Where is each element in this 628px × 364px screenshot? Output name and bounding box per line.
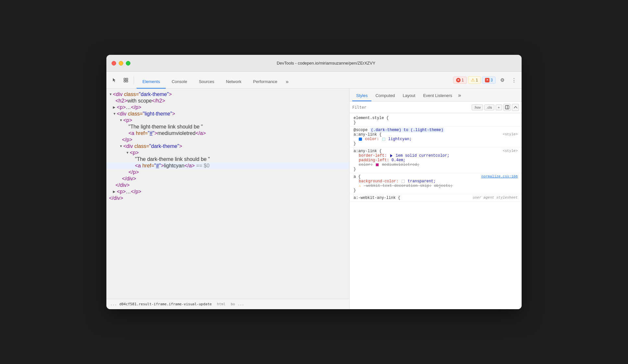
transparent-swatch <box>402 180 405 183</box>
hov-button[interactable]: :hov <box>472 104 483 110</box>
css-val-border: 1em solid currentcolor; <box>396 153 450 158</box>
css-prop-webkit-strike: -webkit-text-decoration-skip: <box>364 184 432 188</box>
css-property: color: <box>365 137 379 141</box>
css-selector-a: a { <box>354 175 361 179</box>
css-val-padding: 0.4em; <box>392 158 405 163</box>
settings-icon: ⚙ <box>500 77 504 83</box>
collapse-arrow[interactable]: ▶ <box>113 104 117 110</box>
dom-line[interactable]: </div> <box>106 176 349 182</box>
tab-sources[interactable]: Sources <box>193 79 220 89</box>
info-badge[interactable]: ✕ 3 <box>482 77 496 84</box>
css-rules: element.style { } @scope (.dark-theme) t… <box>350 113 522 309</box>
css-val-webkit-strike: objects; <box>434 184 453 188</box>
collapse-button[interactable] <box>512 104 519 111</box>
svg-rect-1 <box>126 78 128 80</box>
css-selector-webkit: a:-webkit-any-link { <box>354 196 400 200</box>
dom-line[interactable]: ▼ <p> <box>106 150 349 156</box>
more-options-button[interactable]: ⋮ <box>509 75 519 85</box>
css-rule-normalize: a {normalize.css:106 background-color: t… <box>350 173 522 194</box>
tab-network[interactable]: Network <box>220 79 248 89</box>
collapse-arrow[interactable]: ▼ <box>119 143 123 149</box>
warning-icon: ⚠ <box>471 78 475 82</box>
cls-button[interactable]: .cls <box>484 104 494 110</box>
css-prop-color-strike: color: <box>359 163 373 167</box>
settings-button[interactable]: ⚙ <box>497 75 507 85</box>
dom-line[interactable]: ▼ <div class="dark-theme"> <box>106 143 349 150</box>
dom-line[interactable]: </p> <box>106 137 349 143</box>
tab-layout[interactable]: Layout <box>399 91 419 101</box>
toolbar-separator <box>134 76 134 84</box>
error-badge[interactable]: ✕ 1 <box>453 77 467 84</box>
dom-scroll[interactable]: ▼ <div class="dark-theme"> <h2>with scop… <box>106 89 349 299</box>
error-icon: ✕ <box>456 78 461 82</box>
css-prop-bg: background-color: <box>359 179 398 184</box>
minimize-button[interactable] <box>119 61 123 66</box>
lightcyan-swatch <box>382 138 385 141</box>
dom-line[interactable]: </div> <box>106 182 349 188</box>
css-selector: element.style { <box>354 116 389 120</box>
dom-line[interactable]: ▼ <div class="dark-theme"> <box>106 91 349 98</box>
tab-elements[interactable]: Elements <box>137 79 166 89</box>
collapse-arrow[interactable]: ▼ <box>109 91 113 97</box>
dom-line[interactable]: <h2>with scope</h2> <box>106 98 349 104</box>
css-source-ua: user agent stylesheet <box>473 196 518 200</box>
tab-performance[interactable]: Performance <box>247 79 283 89</box>
svg-rect-0 <box>124 78 126 80</box>
inspect-icon[interactable] <box>121 75 131 85</box>
css-source-style2[interactable]: <style> <box>503 149 518 153</box>
triangle-icon <box>390 154 392 157</box>
tab-console[interactable]: Console <box>166 79 193 89</box>
traffic-lights <box>112 61 130 66</box>
css-val-color-strike: mediumvioletred; <box>382 163 419 167</box>
toggle-panel-button[interactable] <box>503 104 511 111</box>
css-source-normalize[interactable]: normalize.css:106 <box>481 175 518 178</box>
dom-line[interactable]: </div> <box>106 195 349 201</box>
css-rule-webkit: a:-webkit-any-link {user agent styleshee… <box>350 194 522 202</box>
tab-styles[interactable]: Styles <box>352 91 371 101</box>
filter-input[interactable] <box>352 105 470 110</box>
styles-tab-more[interactable]: » <box>456 90 463 101</box>
window-title: DevTools - codepen.io/miriamsuzanne/pen/… <box>136 61 516 66</box>
status-dots: ... <box>110 302 117 306</box>
dom-line[interactable]: ▼ <div class="light-theme"> <box>106 111 349 117</box>
css-prop-border: border-left: <box>359 153 387 158</box>
devtools-window: DevTools - codepen.io/miriamsuzanne/pen/… <box>106 55 522 309</box>
tab-computed[interactable]: Computed <box>371 91 399 101</box>
close-button[interactable] <box>112 61 116 66</box>
panels-area: ▼ <div class="dark-theme"> <h2>with scop… <box>106 89 522 309</box>
css-rule-any-link: a:any-link {<style> border-left: 1em sol… <box>350 148 522 173</box>
maximize-button[interactable] <box>126 61 130 66</box>
collapse-arrow[interactable]: ▼ <box>126 150 130 156</box>
cursor-icon[interactable] <box>109 75 119 85</box>
warning-badge[interactable]: ⚠ 1 <box>468 76 481 84</box>
dom-line[interactable]: <a href="#">mediumvioletred</a> <box>106 130 349 137</box>
color-swatch-checkbox <box>359 138 362 141</box>
toolbar-more-tabs[interactable]: » <box>283 79 291 89</box>
styles-tabs: Styles Computed Layout Event Listeners » <box>350 89 522 102</box>
css-selector-any-link1: a:any-link { <box>354 132 381 137</box>
css-atscope: @scope <box>354 128 370 132</box>
more-icon: ⋮ <box>512 77 516 83</box>
mediumvioletred-swatch <box>376 163 379 166</box>
tab-event-listeners[interactable]: Event Listeners <box>419 91 456 101</box>
toolbar-tabs: Elements Console Sources Network Perform… <box>137 72 449 89</box>
styles-panel: Styles Computed Layout Event Listeners »… <box>350 89 522 309</box>
svg-rect-2 <box>124 80 126 82</box>
status-path: d04cf581.result-iframe.iframe-visual-upd… <box>119 302 212 306</box>
add-rule-button[interactable]: + <box>496 104 502 110</box>
status-tag-html: html <box>217 302 226 306</box>
dom-line[interactable]: "The light-theme link should be " <box>106 124 349 130</box>
dom-line[interactable]: ▼ <p> <box>106 117 349 124</box>
dom-tag: <div <box>113 91 124 97</box>
dom-line-selected[interactable]: <a href="#">lightcyan</a> == $0 <box>106 163 349 169</box>
collapse-arrow[interactable]: ▼ <box>113 111 117 117</box>
css-source-style1[interactable]: <style> <box>503 132 518 136</box>
collapse-arrow[interactable]: ▼ <box>119 117 123 123</box>
dom-line[interactable]: </p> <box>106 169 349 176</box>
toolbar-right: ✕ 1 ⚠ 1 ✕ 3 ⚙ ⋮ <box>453 75 519 85</box>
dom-line[interactable]: ▶ <p>…</p> <box>106 104 349 111</box>
dom-line[interactable]: "The dark-theme link should be " <box>106 156 349 163</box>
dom-line[interactable]: ▶ <p>…</p> <box>106 188 349 195</box>
collapse-arrow[interactable]: ▶ <box>113 189 117 195</box>
css-selector-any-link2: a:any-link { <box>354 149 381 153</box>
